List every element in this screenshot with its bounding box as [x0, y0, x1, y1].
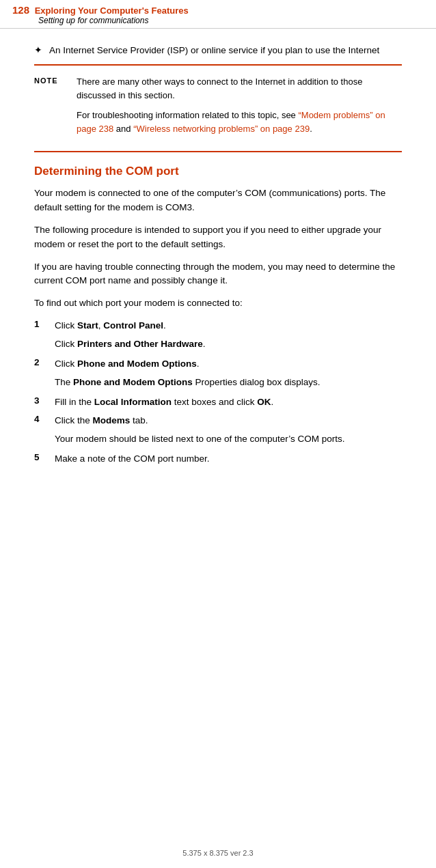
note-para2-suffix: .	[310, 124, 312, 134]
step-5-num: 5	[34, 452, 51, 462]
step-5: 5 Make a note of the COM port number.	[34, 452, 402, 466]
step-2: 2 Click Phone and Modem Options.	[34, 357, 402, 372]
chapter-title: Exploring Your Computer's Features	[35, 5, 189, 16]
intro-paragraph-2: The following procedure is intended to s…	[34, 223, 402, 252]
section-subtitle: Setting up for communications	[38, 16, 424, 25]
bottom-divider	[34, 151, 402, 152]
bullet-text: An Internet Service Provider (ISP) or on…	[49, 44, 379, 57]
step-4-action: Click the Modems tab.	[55, 414, 148, 428]
step-2-sub: The Phone and Modem Options Properties d…	[55, 376, 402, 390]
step-2-action: Click Phone and Modem Options.	[55, 357, 200, 372]
note-para2-middle: and	[113, 124, 133, 134]
intro-paragraph-1: Your modem is connected to one of the co…	[34, 186, 402, 215]
step-2-num: 2	[34, 357, 51, 367]
wireless-problems-link[interactable]: “Wireless networking problems” on page 2…	[133, 124, 310, 134]
top-divider	[34, 64, 402, 66]
step-1-sub: Click Printers and Other Hardware.	[55, 337, 402, 352]
step-4-sub: Your modem should be listed next to one …	[55, 432, 402, 447]
bullet-item: ✦ An Internet Service Provider (ISP) or …	[34, 44, 402, 57]
step-3-num: 3	[34, 395, 51, 406]
step-1-num: 1	[34, 319, 51, 329]
step-5-action: Make a note of the COM port number.	[55, 452, 210, 466]
note-paragraph-2: For troubleshooting information related …	[77, 109, 402, 136]
intro-paragraph-3: If you are having trouble connecting thr…	[34, 260, 402, 289]
intro-paragraph-4: To find out which port your modem is con…	[34, 296, 402, 311]
note-paragraph-1: There are many other ways to connect to …	[77, 75, 402, 102]
step-3-action: Fill in the Local Information text boxes…	[55, 395, 273, 410]
step-1: 1 Click Start, Control Panel.	[34, 319, 402, 333]
page-footer: 5.375 x 8.375 ver 2.3	[0, 849, 436, 857]
main-content: ✦ An Internet Service Provider (ISP) or …	[0, 29, 436, 479]
step-4: 4 Click the Modems tab.	[34, 414, 402, 428]
note-label: NOTE	[34, 76, 67, 85]
bullet-icon: ✦	[34, 44, 42, 55]
page-number: 128	[12, 4, 29, 16]
note-content: There are many other ways to connect to …	[77, 75, 402, 141]
page-header: 128 Exploring Your Computer's Features S…	[0, 0, 436, 29]
section-heading: Determining the COM port	[34, 165, 402, 178]
step-4-num: 4	[34, 414, 51, 424]
note-para2-prefix: For troubleshooting information related …	[77, 110, 298, 120]
step-1-action: Click Start, Control Panel.	[55, 319, 166, 333]
note-box: NOTE There are many other ways to connec…	[34, 71, 402, 145]
step-3: 3 Fill in the Local Information text box…	[34, 395, 402, 410]
footer-text: 5.375 x 8.375 ver 2.3	[182, 849, 253, 857]
